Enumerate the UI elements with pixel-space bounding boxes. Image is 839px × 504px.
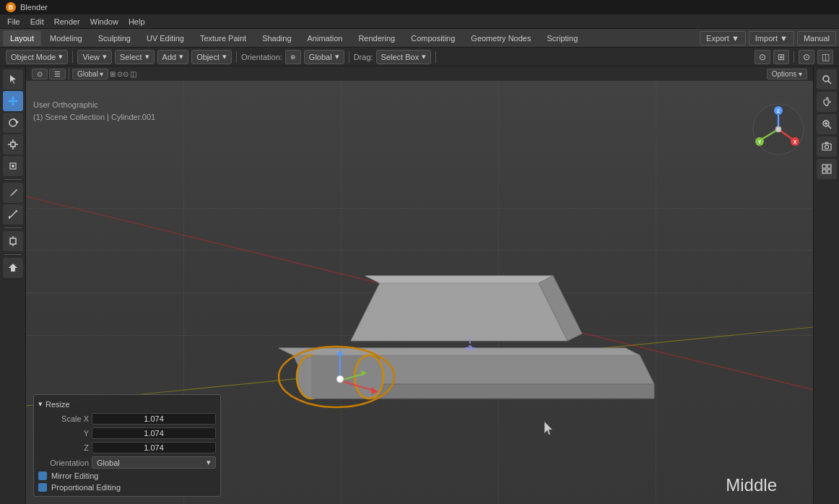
svg-point-30 xyxy=(825,145,828,149)
rotate-tool[interactable] xyxy=(3,113,23,133)
extrude-tool[interactable] xyxy=(3,258,23,278)
title-bar: B Blender xyxy=(0,0,839,14)
svg-text:Y: Y xyxy=(758,139,762,144)
orientation-row: Orientation Global ▾ xyxy=(38,456,216,469)
proportional-btn[interactable]: ⊙ xyxy=(755,50,770,64)
tab-texture-paint[interactable]: Texture Paint xyxy=(193,30,253,46)
middle-status-text: Middle xyxy=(726,475,777,495)
add-dropdown[interactable]: Add ▾ xyxy=(157,50,189,64)
camera-tool[interactable] xyxy=(817,136,837,157)
global-dropdown[interactable]: Global ▾ xyxy=(72,69,108,79)
proportional-editing-checkbox[interactable] xyxy=(38,483,47,492)
move-tool[interactable] xyxy=(3,91,23,111)
drag-mode-dropdown[interactable]: Select Box ▾ xyxy=(376,50,432,64)
viewport-info-xray: ◫ xyxy=(130,70,136,78)
blender-icon: B xyxy=(6,2,16,12)
orientation-panel-label: Orientation xyxy=(38,459,89,467)
tabs-right: Export ▼ Import ▼ Manual xyxy=(700,31,836,45)
svg-text:X: X xyxy=(794,139,797,144)
axis-gizmo[interactable]: Z X Y xyxy=(752,103,806,157)
svg-point-23 xyxy=(823,76,829,82)
menu-bar: File Edit Render Window Help xyxy=(0,14,839,29)
tab-uv-editing[interactable]: UV Editing xyxy=(139,30,191,46)
tab-modeling[interactable]: Modeling xyxy=(43,30,90,46)
3d-object-group xyxy=(264,211,669,449)
zoom-tool[interactable] xyxy=(817,114,837,134)
add-cube-tool[interactable] xyxy=(3,231,23,251)
viewport-3d[interactable]: ⊙ ☰ Global ▾ ⊞ ⊙⊙ ◫ Options ▾ xyxy=(26,66,813,504)
scale-tool[interactable] xyxy=(3,134,23,155)
panel-collapse-btn[interactable]: ▾ xyxy=(38,399,43,409)
resize-panel: ▾ Resize Scale X 1.074 Y 1.074 Z 1.074 O… xyxy=(33,394,221,497)
tab-compositing[interactable]: Compositing xyxy=(404,30,462,46)
select-dropdown[interactable]: Select ▾ xyxy=(115,50,155,64)
grid-h-4 xyxy=(26,208,813,209)
object-dropdown[interactable]: Object ▾ xyxy=(191,50,232,64)
svg-point-69 xyxy=(775,126,781,132)
tab-geometry-nodes[interactable]: Geometry Nodes xyxy=(464,30,538,46)
viewport-info-snap: ⊞ xyxy=(110,70,116,78)
object-mode-dropdown[interactable]: Object Mode ▾ xyxy=(6,50,68,64)
view-dropdown[interactable]: View ▾ xyxy=(77,50,112,64)
mirror-editing-checkbox[interactable] xyxy=(38,472,47,480)
scale-x-label: Scale X xyxy=(38,414,89,423)
svg-point-55 xyxy=(336,375,344,383)
svg-marker-42 xyxy=(365,276,553,283)
viewport-display-btn[interactable]: ☰ xyxy=(49,69,66,79)
toolbar-sep-3 xyxy=(349,51,349,63)
viewport-shading-btn[interactable]: ⊙ xyxy=(32,69,48,79)
mirror-editing-label: Mirror Editing xyxy=(51,472,98,480)
menu-window[interactable]: Window xyxy=(86,14,123,29)
vp-sep xyxy=(69,68,69,79)
tab-scripting[interactable]: Scripting xyxy=(539,30,585,46)
svg-marker-2 xyxy=(12,96,14,98)
xray-btn[interactable]: ◫ xyxy=(817,50,833,64)
toolbar-row: Object Mode ▾ View ▾ Select ▾ Add ▾ Obje… xyxy=(0,48,839,66)
svg-text:Z: Z xyxy=(777,108,781,113)
options-button[interactable]: Options ▾ xyxy=(767,69,807,79)
orientation-panel-dropdown[interactable]: Global ▾ xyxy=(92,456,216,469)
pan-tool[interactable] xyxy=(817,92,837,112)
scale-z-value[interactable]: 1.074 xyxy=(92,442,216,453)
tab-rendering[interactable]: Rendering xyxy=(351,30,402,46)
overlays-btn[interactable]: ⊙ xyxy=(799,50,814,64)
viewport-header-right: Options ▾ xyxy=(767,69,807,79)
svg-rect-22 xyxy=(11,268,15,271)
scale-y-value[interactable]: 1.074 xyxy=(92,427,216,439)
toolbar-sep-2 xyxy=(236,51,237,63)
import-button[interactable]: Import ▼ xyxy=(749,31,794,45)
orientation-dropdown[interactable]: Global ▾ xyxy=(304,50,344,64)
proportional-editing-label: Proportional Editing xyxy=(51,483,121,492)
export-button[interactable]: Export ▼ xyxy=(700,31,746,45)
viewport-header: ⊙ ☰ Global ▾ ⊞ ⊙⊙ ◫ Options ▾ xyxy=(26,66,813,81)
scale-z-label: Z xyxy=(38,443,89,452)
manual-button[interactable]: Manual xyxy=(797,31,836,45)
tab-animation[interactable]: Animation xyxy=(300,30,350,46)
svg-rect-18 xyxy=(10,238,16,244)
svg-marker-5 xyxy=(16,100,18,103)
tab-shading[interactable]: Shading xyxy=(255,30,298,46)
svg-rect-31 xyxy=(825,142,828,144)
menu-help[interactable]: Help xyxy=(124,14,149,29)
scale-x-value[interactable]: 1.074 xyxy=(92,413,216,425)
menu-render[interactable]: Render xyxy=(50,14,84,29)
editor-tabs-bar: Layout Modeling Sculpting UV Editing Tex… xyxy=(0,29,839,48)
svg-rect-34 xyxy=(822,170,826,173)
annotate-tool[interactable] xyxy=(3,183,23,203)
cursor-tool[interactable] xyxy=(3,69,23,90)
menu-edit[interactable]: Edit xyxy=(26,14,48,29)
mirror-editing-row: Mirror Editing xyxy=(38,472,216,480)
tab-sculpting[interactable]: Sculpting xyxy=(91,30,138,46)
svg-point-14 xyxy=(12,165,14,168)
svg-rect-32 xyxy=(822,165,826,168)
search-tool[interactable] xyxy=(817,69,837,90)
grid-tool[interactable] xyxy=(817,159,837,179)
menu-file[interactable]: File xyxy=(3,14,25,29)
proportional-editing-row: Proportional Editing xyxy=(38,483,216,492)
measure-tool[interactable] xyxy=(3,204,23,225)
transform-tool[interactable] xyxy=(3,156,23,176)
viewport-info-overlay: ⊙⊙ xyxy=(117,70,129,78)
tab-layout[interactable]: Layout xyxy=(3,30,41,46)
snap-btn[interactable]: ⊞ xyxy=(773,50,789,64)
svg-rect-35 xyxy=(827,170,831,173)
